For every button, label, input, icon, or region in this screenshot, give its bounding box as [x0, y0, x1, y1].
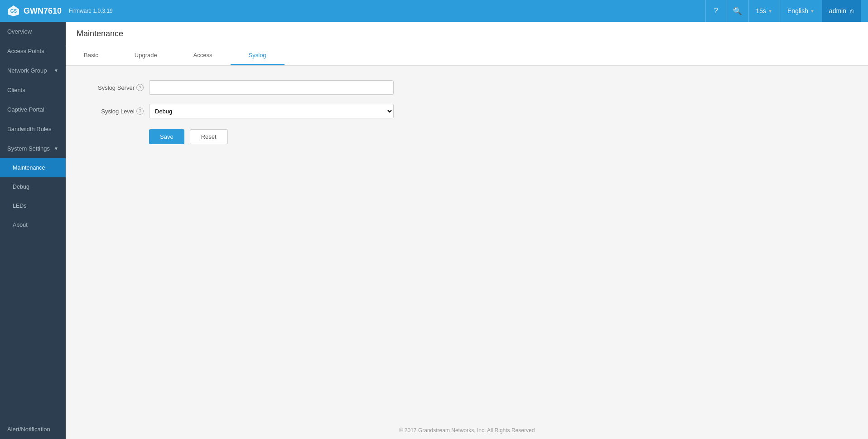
tabs: Basic Upgrade Access Syslog	[66, 46, 868, 66]
search-button[interactable]: 🔍	[727, 0, 749, 22]
syslog-level-help-icon[interactable]: ?	[136, 107, 144, 115]
timer-value: 15s	[756, 7, 767, 15]
sidebar-item-debug[interactable]: Debug	[0, 177, 66, 196]
syslog-server-input[interactable]	[149, 80, 394, 95]
sidebar-access-points-label: Access Points	[7, 48, 44, 54]
header: GS GWN7610 Firmware 1.0.3.19 ? 🔍 15s ▼ E…	[0, 0, 868, 22]
footer: © 2017 Grandstream Networks, Inc. All Ri…	[66, 422, 868, 439]
sidebar-network-group-label: Network Group	[7, 67, 47, 74]
language-label: English	[787, 7, 808, 15]
sidebar-item-network-group[interactable]: Network Group ▼	[0, 61, 66, 80]
sidebar-alert-label: Alert/Notification	[7, 426, 50, 433]
sidebar-item-access-points[interactable]: Access Points	[0, 41, 66, 61]
timer-selector[interactable]: 15s ▼	[749, 0, 780, 22]
tab-syslog[interactable]: Syslog	[231, 46, 285, 65]
tab-basic[interactable]: Basic	[66, 46, 116, 65]
sidebar-item-maintenance[interactable]: Maintenance	[0, 158, 66, 177]
firmware-label: Firmware 1.0.3.19	[69, 8, 705, 14]
save-button[interactable]: Save	[149, 129, 184, 144]
layout: Overview Access Points Network Group ▼ C…	[0, 22, 868, 439]
logo[interactable]: GS GWN7610	[7, 5, 62, 17]
page-title: Maintenance	[77, 29, 857, 39]
sidebar: Overview Access Points Network Group ▼ C…	[0, 22, 66, 439]
form-buttons: Save Reset	[149, 129, 857, 144]
help-button[interactable]: ?	[705, 0, 727, 22]
sidebar-maintenance-label: Maintenance	[13, 165, 45, 171]
reset-button[interactable]: Reset	[190, 129, 228, 144]
form-content: Syslog Server ? Syslog Level ? Debug Inf…	[66, 66, 868, 422]
main-content: Maintenance Basic Upgrade Access Syslog …	[66, 22, 868, 439]
tab-upgrade[interactable]: Upgrade	[116, 46, 175, 65]
syslog-level-row: Syslog Level ? Debug Info Warning Error …	[77, 104, 857, 118]
sidebar-item-overview[interactable]: Overview	[0, 22, 66, 41]
header-actions: ? 🔍 15s ▼ English ▼ admin ⎋	[705, 0, 861, 22]
svg-text:GS: GS	[10, 9, 17, 14]
sidebar-about-label: About	[13, 222, 28, 228]
admin-menu[interactable]: admin ⎋	[822, 0, 861, 22]
sidebar-item-leds[interactable]: LEDs	[0, 196, 66, 215]
syslog-level-label: Syslog Level ?	[77, 107, 149, 115]
sidebar-overview-label: Overview	[7, 28, 32, 35]
sidebar-system-settings-label: System Settings	[7, 145, 50, 152]
sidebar-item-system-settings[interactable]: System Settings ▼	[0, 139, 66, 158]
system-settings-chevron-icon: ▼	[54, 146, 58, 151]
sidebar-item-captive-portal[interactable]: Captive Portal	[0, 100, 66, 119]
syslog-server-row: Syslog Server ?	[77, 80, 857, 95]
language-chevron-icon: ▼	[810, 9, 815, 14]
logo-text: GWN7610	[24, 6, 62, 16]
tab-access[interactable]: Access	[175, 46, 231, 65]
sidebar-debug-label: Debug	[13, 184, 29, 190]
sidebar-clients-label: Clients	[7, 87, 25, 93]
syslog-server-label: Syslog Server ?	[77, 84, 149, 91]
logout-icon: ⎋	[850, 7, 854, 15]
page-header: Maintenance	[66, 22, 868, 46]
network-group-chevron-icon: ▼	[54, 68, 58, 73]
timer-chevron-icon: ▼	[768, 9, 772, 14]
copyright-text: © 2017 Grandstream Networks, Inc. All Ri…	[399, 427, 535, 434]
sidebar-leds-label: LEDs	[13, 203, 27, 209]
language-selector[interactable]: English ▼	[780, 0, 822, 22]
syslog-level-select[interactable]: Debug Info Warning Error Critical	[149, 104, 394, 118]
sidebar-item-bandwidth-rules[interactable]: Bandwidth Rules	[0, 119, 66, 139]
admin-label: admin	[829, 7, 846, 15]
sidebar-item-clients[interactable]: Clients	[0, 80, 66, 100]
sidebar-captive-portal-label: Captive Portal	[7, 106, 44, 113]
sidebar-bandwidth-rules-label: Bandwidth Rules	[7, 126, 52, 132]
sidebar-item-alert-notification[interactable]: Alert/Notification	[0, 419, 66, 439]
sidebar-item-about[interactable]: About	[0, 215, 66, 234]
syslog-server-help-icon[interactable]: ?	[136, 84, 144, 91]
logo-icon: GS	[7, 5, 20, 17]
